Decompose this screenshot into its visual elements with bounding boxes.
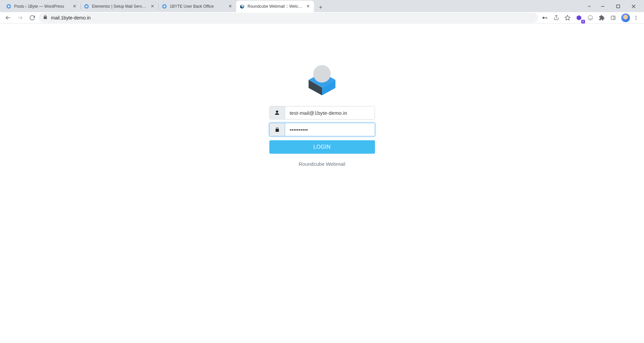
svg-rect-17 [546,17,547,19]
tab-close-icon[interactable]: ✕ [305,4,311,9]
favicon-icon [239,4,245,9]
browser-chrome: Posts ‹ 1Byte — WordPress ✕ Elementor | … [0,0,644,23]
login-button[interactable]: LOGIN [269,140,375,154]
svg-point-21 [588,15,593,20]
svg-point-25 [636,17,637,18]
favicon-icon [84,4,89,9]
window-minimize-icon[interactable] [595,1,610,12]
svg-point-24 [636,16,637,17]
browser-toolbar: mail.1byte-demo.in 6 [0,12,644,23]
browser-tab[interactable]: Posts ‹ 1Byte — WordPress ✕ [3,1,80,12]
nav-forward-icon[interactable] [15,13,25,23]
username-input[interactable] [285,106,375,119]
window-close-icon[interactable] [626,1,641,12]
svg-point-3 [86,5,87,7]
favicon-icon [6,4,11,9]
login-form: LOGIN Roundcube Webmail [269,23,375,167]
extension-badge: 6 [581,20,585,23]
svg-rect-22 [611,16,615,19]
svg-point-8 [241,5,243,7]
svg-point-26 [636,19,637,20]
tab-title: 1BYTE User Back Office [170,4,225,9]
extension-icon[interactable]: 6 [574,13,584,23]
extension2-icon[interactable] [585,13,596,23]
window-controls [584,1,641,12]
tab-close-icon[interactable]: ✕ [227,4,233,9]
extensions-puzzle-icon[interactable] [596,13,607,23]
svg-point-30 [313,65,331,83]
window-maximize-icon[interactable] [610,1,626,12]
password-group [269,123,375,136]
address-bar[interactable]: mail.1byte-demo.in [39,13,538,23]
username-group [269,106,375,119]
page-content: LOGIN Roundcube Webmail [0,23,644,343]
svg-point-5 [163,5,165,7]
nav-back-icon[interactable] [3,13,13,23]
tab-title: Posts ‹ 1Byte — WordPress [14,4,69,9]
svg-rect-18 [547,17,547,18]
browser-tab[interactable]: Elementor | Setup Mail Server (Ro ✕ [80,1,158,12]
bookmark-star-icon[interactable] [562,13,573,23]
tab-strip: Posts ‹ 1Byte — WordPress ✕ Elementor | … [0,0,644,12]
lock-icon [270,123,285,136]
kebab-menu-icon[interactable] [631,13,641,23]
roundcube-logo-icon [305,62,339,96]
profile-avatar[interactable] [621,13,630,22]
svg-rect-16 [544,17,547,18]
new-tab-button[interactable]: + [316,3,325,12]
svg-rect-10 [617,5,620,8]
tab-title: Roundcube Webmail :: Welcome [248,4,303,9]
favicon-icon [162,4,167,9]
password-input[interactable] [285,123,375,136]
password-key-icon[interactable] [539,13,550,23]
toolbar-right: 6 [539,13,641,23]
nav-reload-icon[interactable] [27,13,38,23]
svg-point-1 [8,5,9,7]
browser-tab[interactable]: 1BYTE User Back Office ✕ [158,1,236,12]
footer-label: Roundcube Webmail [299,161,345,167]
share-icon[interactable] [551,13,561,23]
lock-icon [43,15,48,20]
tab-close-icon[interactable]: ✕ [72,4,77,9]
tab-title: Elementor | Setup Mail Server (Ro [92,4,147,9]
tab-close-icon[interactable]: ✕ [150,4,155,9]
url-text: mail.1byte-demo.in [51,15,91,20]
browser-tab-active[interactable]: Roundcube Webmail :: Welcome ✕ [236,1,314,12]
sidepanel-icon[interactable] [608,13,619,23]
tab-search-icon[interactable] [584,1,595,12]
svg-marker-20 [565,15,570,20]
svg-point-15 [542,17,544,19]
user-icon [270,106,285,119]
